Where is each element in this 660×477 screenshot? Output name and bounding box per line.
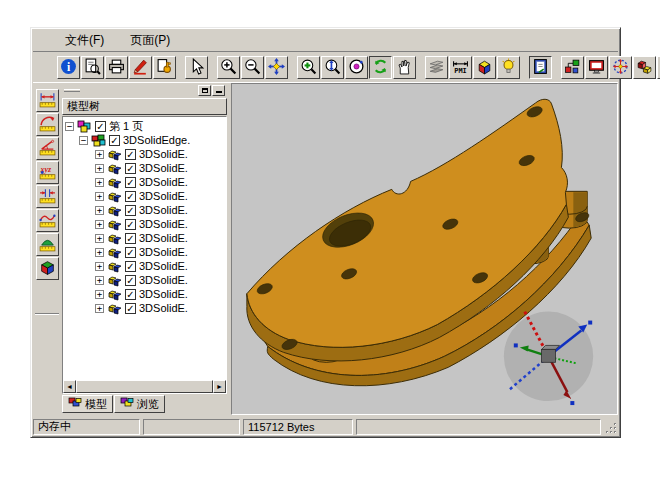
menu-file[interactable]: 文件(F)	[61, 30, 108, 51]
markup-pen-button[interactable]	[129, 56, 152, 79]
part-checkbox[interactable]: ✓	[125, 191, 136, 202]
tree-item-part[interactable]: + ✓ 3DSolidE.	[65, 287, 226, 301]
pan-crosshair-button[interactable]	[265, 56, 288, 79]
zoom-window-button[interactable]	[297, 56, 320, 79]
hand-pan-button[interactable]	[393, 56, 416, 79]
panel-hide-button[interactable]	[212, 85, 225, 96]
part-checkbox[interactable]: ✓	[125, 163, 136, 174]
measure-coordinate-button[interactable]: xyz	[36, 161, 59, 184]
expand-icon[interactable]: +	[95, 234, 104, 243]
view-orientation-button[interactable]	[36, 257, 59, 280]
part-checkbox[interactable]: ✓	[125, 247, 136, 258]
tree-item-page[interactable]: − ✓ 第 1 页	[65, 119, 226, 133]
info-button[interactable]: i	[57, 56, 80, 79]
tree-item-part[interactable]: + ✓ 3DSolidE.	[65, 259, 226, 273]
tab-model[interactable]: 模型	[62, 395, 113, 413]
panel-float-button[interactable]	[198, 85, 211, 96]
model-canvas[interactable]	[232, 84, 617, 414]
page-checkbox[interactable]: ✓	[95, 121, 106, 132]
rotate-button[interactable]	[369, 56, 392, 79]
tree-item-part[interactable]: + ✓ 3DSolidE.	[65, 217, 226, 231]
view-cube-icon	[476, 58, 493, 78]
zoom-in-button[interactable]	[217, 56, 240, 79]
expand-icon[interactable]: +	[95, 220, 104, 229]
expand-icon[interactable]: +	[95, 248, 104, 257]
scroll-thumb[interactable]	[76, 380, 213, 393]
tree-item-part[interactable]: + ✓ 3DSolidE.	[65, 301, 226, 315]
dynamic-zoom-button[interactable]	[321, 56, 344, 79]
part-checkbox[interactable]: ✓	[125, 205, 136, 216]
part-icon	[107, 162, 122, 175]
tree-item-part[interactable]: + ✓ 3DSolidE.	[65, 273, 226, 287]
resize-grip[interactable]	[604, 419, 618, 435]
expand-icon[interactable]: +	[95, 276, 104, 285]
tree-item-assembly[interactable]: − ✓ 3DSolidEdge.	[65, 133, 226, 147]
expand-icon[interactable]: +	[95, 150, 104, 159]
expand-icon[interactable]: +	[95, 290, 104, 299]
layers-button[interactable]	[425, 56, 448, 79]
print-button[interactable]	[105, 56, 128, 79]
measure-distance-button[interactable]	[36, 89, 59, 112]
measure-angle-button[interactable]	[36, 137, 59, 160]
notebook-button[interactable]	[529, 56, 552, 79]
tree-item-part[interactable]: + ✓ 3DSolidE.	[65, 175, 226, 189]
select-cursor-button[interactable]	[185, 56, 208, 79]
part-checkbox[interactable]: ✓	[125, 261, 136, 272]
expand-icon[interactable]: +	[95, 206, 104, 215]
part-checkbox[interactable]: ✓	[125, 275, 136, 286]
part-checkbox[interactable]: ✓	[125, 233, 136, 244]
assembly-checkbox[interactable]: ✓	[109, 135, 120, 146]
tree-hscrollbar[interactable]: ◄ ►	[63, 380, 226, 393]
part-checkbox[interactable]: ✓	[125, 219, 136, 230]
measure-gap-button[interactable]	[36, 185, 59, 208]
tree-item-part[interactable]: + ✓ 3DSolidE.	[65, 147, 226, 161]
menu-page[interactable]: 页面(P)	[126, 30, 174, 51]
viewport-3d[interactable]	[231, 83, 618, 415]
expand-icon[interactable]: +	[95, 178, 104, 187]
tree-item-label: 3DSolidE.	[139, 218, 188, 230]
explode-button[interactable]	[633, 56, 656, 79]
status-field-2: 115712 Bytes	[243, 419, 353, 435]
part-icon	[107, 218, 122, 231]
expand-icon[interactable]: +	[95, 192, 104, 201]
standard-views-button[interactable]	[473, 56, 496, 79]
assembly-icon	[91, 134, 106, 147]
assembly-tools-button[interactable]	[561, 56, 584, 79]
toolbar-separator	[417, 56, 424, 79]
tree-item-part[interactable]: + ✓ 3DSolidE.	[65, 203, 226, 217]
zoom-out-button[interactable]	[241, 56, 264, 79]
notebook-icon	[532, 58, 549, 78]
part-checkbox[interactable]: ✓	[125, 177, 136, 188]
expand-icon[interactable]: +	[95, 262, 104, 271]
expand-icon[interactable]: +	[95, 164, 104, 173]
tree-item-label: 3DSolidE.	[139, 176, 188, 188]
orbit-views-icon	[612, 58, 629, 78]
hand-icon	[396, 58, 413, 78]
tree-item-part[interactable]: + ✓ 3DSolidE.	[65, 189, 226, 203]
orbit-target-button[interactable]	[345, 56, 368, 79]
measure-area-button[interactable]	[36, 233, 59, 256]
collapse-icon[interactable]: −	[79, 136, 88, 145]
scroll-right-button[interactable]: ►	[213, 380, 226, 393]
rotate-views-button[interactable]	[609, 56, 632, 79]
security-key-button[interactable]	[153, 56, 176, 79]
part-checkbox[interactable]: ✓	[125, 149, 136, 160]
lighting-button[interactable]	[497, 56, 520, 79]
info-icon: i	[60, 58, 77, 78]
panel-gripper[interactable]	[64, 89, 80, 92]
part-checkbox[interactable]: ✓	[125, 303, 136, 314]
collapse-icon[interactable]: −	[65, 122, 74, 131]
measure-radius-button[interactable]	[36, 113, 59, 136]
scroll-left-button[interactable]: ◄	[63, 380, 76, 393]
tree-item-part[interactable]: + ✓ 3DSolidE.	[65, 245, 226, 259]
part-checkbox[interactable]: ✓	[125, 289, 136, 300]
tree-item-part[interactable]: + ✓ 3DSolidE.	[65, 231, 226, 245]
expand-icon[interactable]: +	[95, 304, 104, 313]
pmi-button[interactable]: PMI	[449, 56, 472, 79]
measure-curve-button[interactable]	[36, 209, 59, 232]
tree-item-part[interactable]: + ✓ 3DSolidE.	[65, 161, 226, 175]
snapshot-button[interactable]	[585, 56, 608, 79]
tab-browse[interactable]: 浏览	[114, 395, 165, 413]
panel-titlebar[interactable]	[62, 84, 227, 97]
file-preview-button[interactable]	[81, 56, 104, 79]
